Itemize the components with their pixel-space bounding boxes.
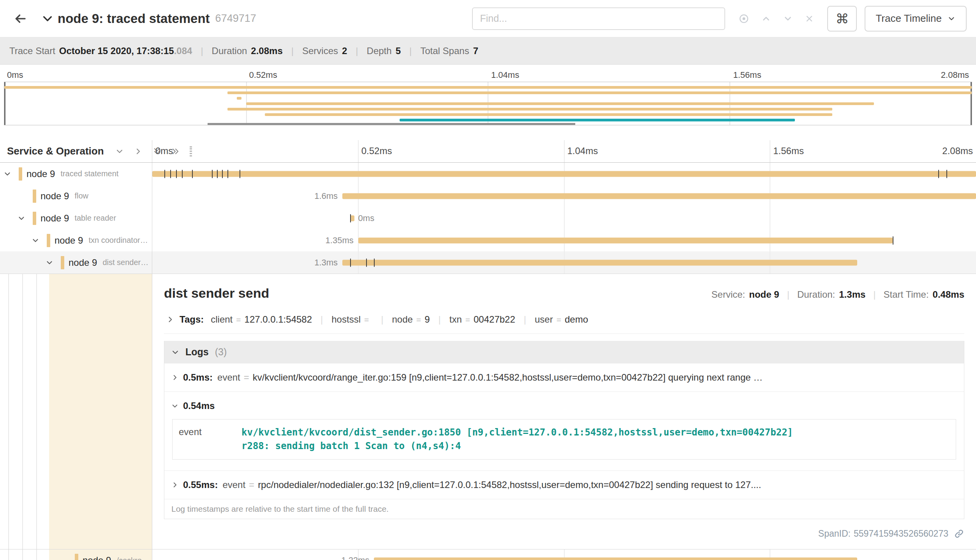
span-row[interactable]: node 9/cockroach.roachpb.I...1.22ms <box>0 549 976 560</box>
service-label: Service: <box>712 289 745 300</box>
span-row[interactable]: node 9traced statement <box>0 163 976 185</box>
minimap-span <box>4 86 972 89</box>
clear-icon[interactable] <box>805 14 814 23</box>
chevron-right-icon <box>166 316 174 323</box>
minimap-span <box>246 102 874 105</box>
span-row-label[interactable]: node 9dist sender send <box>0 251 152 274</box>
chevron-down-icon[interactable] <box>31 236 40 245</box>
minimap-span <box>237 97 241 100</box>
tags-accordion[interactable]: Tags: client=127.0.0.1:54582|hostssl=|no… <box>164 312 964 334</box>
duration-value: 1.3ms <box>839 289 865 300</box>
minimap-canvas[interactable] <box>4 82 972 125</box>
chevron-up-icon[interactable] <box>761 14 771 24</box>
chevron-down-icon <box>947 14 956 23</box>
span-timeline-cell[interactable]: 1.6ms <box>152 185 976 207</box>
logs-note: Log timestamps are relative to the start… <box>164 499 964 519</box>
tag-value: 9 <box>425 314 430 325</box>
target-icon[interactable] <box>738 13 749 24</box>
tag-value: 00427b22 <box>474 314 515 325</box>
tag-value: demo <box>565 314 588 325</box>
service-color-bar <box>75 554 78 560</box>
log-field-key: event <box>173 420 233 459</box>
log-field-value: rpc/nodedialer/nodedialer.go:132 [n9,cli… <box>258 479 761 490</box>
span-id-value: 5597415943526560273 <box>854 528 948 539</box>
span-bar[interactable] <box>374 558 857 560</box>
log-field-value: kv/kvclient/kvcoord/dist_sender.go:1850 … <box>233 420 809 459</box>
tag-separator: | <box>438 314 440 325</box>
span-row[interactable]: node 9dist sender send1.3ms <box>0 251 976 274</box>
link-icon[interactable] <box>951 528 964 539</box>
span-timeline-cell[interactable]: 1.22ms <box>152 549 976 560</box>
span-bar[interactable] <box>342 193 976 199</box>
collapse-trace-icon[interactable] <box>41 12 54 25</box>
chevron-down-icon[interactable] <box>17 214 26 223</box>
minimap-scrubber[interactable] <box>208 123 575 125</box>
service-color-bar <box>47 234 50 247</box>
tag-separator: | <box>321 314 323 325</box>
span-row-label[interactable]: node 9table reader <box>0 207 152 229</box>
log-marker-tick <box>350 214 351 222</box>
log-entry[interactable]: 0.55ms: event = rpc/nodedialer/nodediale… <box>164 470 964 499</box>
span-duration-label: 1.35ms <box>326 235 358 246</box>
operation-name: txn coordinator send <box>88 236 152 245</box>
span-bar[interactable] <box>342 260 857 265</box>
log-entry[interactable]: 0.5ms: event = kv/kvclient/kvcoord/range… <box>164 363 964 391</box>
find-input[interactable] <box>472 7 725 30</box>
time-tick-label: 2.08ms <box>942 146 973 156</box>
service-name: node 9 <box>41 213 69 224</box>
span-detail-panel: dist sender send Service:node 9 | Durati… <box>152 274 976 549</box>
minimap-span <box>400 119 795 121</box>
span-row[interactable]: node 9txn coordinator send1.35ms <box>0 229 976 251</box>
logs-accordion-header[interactable]: Logs (3) <box>164 341 964 363</box>
selected-subtree-gutter <box>0 274 152 549</box>
summary-value: October 15 2020, 17:38:15 <box>59 46 174 56</box>
span-bar[interactable] <box>152 171 976 177</box>
summary-item: Total Spans7 <box>420 46 478 56</box>
logs-title: Logs <box>185 346 209 358</box>
chevron-down-icon[interactable] <box>3 170 12 178</box>
chevron-down-icon[interactable] <box>45 258 54 267</box>
span-row-label[interactable]: node 9flow <box>0 185 152 207</box>
span-row-label[interactable]: node 9traced statement <box>0 163 152 185</box>
service-color-bar <box>33 212 36 225</box>
log-entry-expanded[interactable]: 0.54ms event kv/kvclient/kvcoord/dist_se… <box>164 391 964 470</box>
span-timeline-cell[interactable] <box>152 163 976 185</box>
span-row[interactable]: node 9table reader0ms <box>0 207 976 229</box>
keyboard-shortcuts-button[interactable]: ⌘ <box>827 6 857 32</box>
span-duration-label: 1.6ms <box>314 191 342 201</box>
logs-count: (3) <box>215 346 227 358</box>
time-tick-label: 1.56ms <box>733 70 761 80</box>
trace-minimap: 0ms0.52ms1.04ms1.56ms2.08ms <box>0 65 976 125</box>
trace-timeline-dropdown[interactable]: Trace Timeline <box>865 6 967 32</box>
service-name: node 9 <box>83 555 111 560</box>
chevron-down-icon[interactable] <box>783 14 793 24</box>
span-row-label[interactable]: node 9txn coordinator send <box>0 229 152 251</box>
span-timeline-cell[interactable]: 1.3ms <box>152 251 976 274</box>
log-marker-tick <box>938 170 939 178</box>
span-duration-label: 0ms <box>354 213 375 223</box>
chevron-down-icon <box>171 402 178 409</box>
log-marker-tick <box>240 170 240 178</box>
tag-equals: = <box>364 315 369 325</box>
span-timeline-cell[interactable]: 1.35ms <box>152 229 976 251</box>
log-marker-tick <box>212 170 213 178</box>
expand-one-icon[interactable] <box>134 147 143 156</box>
time-tick-label: 1.04ms <box>491 70 519 80</box>
back-button[interactable] <box>9 8 31 30</box>
log-marker-tick <box>350 258 351 267</box>
find-controls <box>738 13 814 24</box>
summary-separator: | <box>291 46 294 56</box>
time-tick-label: 0.52ms <box>361 146 392 156</box>
log-field-key: event <box>222 479 245 490</box>
operation-name: flow <box>74 191 152 200</box>
summary-item: Depth5 <box>367 46 401 56</box>
span-timeline-cell[interactable]: 0ms <box>152 207 976 229</box>
collapse-one-icon[interactable] <box>115 147 124 156</box>
span-row-label[interactable]: node 9/cockroach.roachpb.I... <box>0 549 152 560</box>
span-row[interactable]: node 9flow1.6ms <box>0 185 976 207</box>
minimap-span <box>265 113 832 116</box>
span-bar[interactable] <box>358 237 893 243</box>
log-marker-tick <box>946 170 947 178</box>
summary-value: 7 <box>473 46 478 56</box>
minimap-span <box>227 108 832 111</box>
